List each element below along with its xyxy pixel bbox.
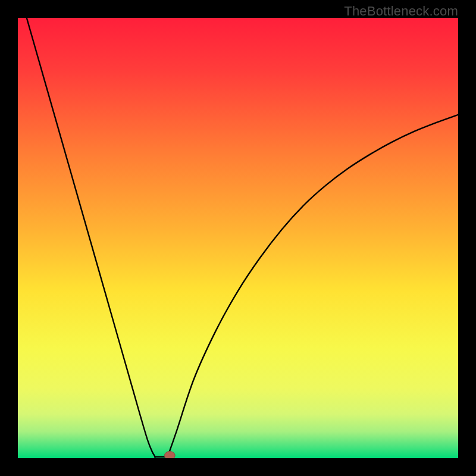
bottleneck-curve-chart	[18, 18, 458, 458]
optimal-point-marker	[164, 452, 175, 458]
chart-frame: TheBottleneck.com	[0, 0, 476, 476]
watermark-text: TheBottleneck.com	[344, 4, 458, 19]
plot-area	[18, 18, 458, 458]
gradient-background	[18, 18, 458, 458]
